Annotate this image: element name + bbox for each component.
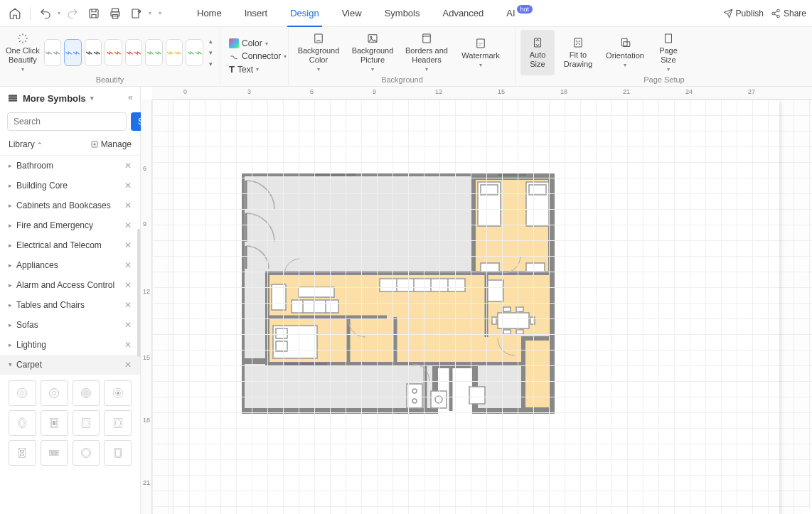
- auto-size-button[interactable]: Auto Size: [520, 30, 555, 75]
- svg-point-23: [19, 390, 26, 397]
- theme-4[interactable]: ⌁⌁: [105, 39, 122, 66]
- tab-insert[interactable]: Insert: [233, 0, 279, 27]
- lib-alarm[interactable]: ▸Alarm and Access Control✕: [0, 275, 140, 295]
- theme-scroll[interactable]: ▴▾▾: [206, 38, 215, 68]
- theme-6[interactable]: ⌁⌁: [145, 39, 163, 66]
- close-icon[interactable]: ✕: [124, 161, 132, 171]
- sidebar-title: More Symbols: [23, 93, 86, 104]
- watermark-button[interactable]: Watermark▾: [455, 30, 506, 75]
- carpet-shape[interactable]: [73, 440, 100, 466]
- menu-tabs: Home Insert Design View Symbols Advanced…: [186, 0, 544, 27]
- theme-3[interactable]: ⌁⌁: [85, 39, 102, 66]
- close-icon[interactable]: ✕: [124, 220, 132, 230]
- tab-view[interactable]: View: [331, 0, 373, 27]
- lib-building-core[interactable]: ▸Building Core✕: [0, 176, 140, 196]
- share-button[interactable]: Share: [771, 9, 806, 18]
- lib-electrical[interactable]: ▸Electrical and Telecom✕: [0, 235, 140, 255]
- close-icon[interactable]: ✕: [124, 240, 132, 250]
- close-icon[interactable]: ✕: [124, 280, 132, 290]
- close-icon[interactable]: ✕: [124, 360, 132, 370]
- fit-to-drawing-button[interactable]: Fit to Drawing: [557, 30, 599, 75]
- tab-design[interactable]: Design: [279, 0, 330, 27]
- theme-8[interactable]: ⌁⌁: [186, 39, 203, 66]
- carpet-shape[interactable]: [9, 380, 36, 406]
- ribbon: One Click Beautify▾ ⌁⌁ ⌁⌁ ⌁⌁ ⌁⌁ ⌁⌁ ⌁⌁ ⌁⌁…: [0, 27, 812, 87]
- floor-plan[interactable]: [242, 173, 555, 414]
- page-size-button[interactable]: Page Size▾: [651, 30, 685, 75]
- tab-home[interactable]: Home: [186, 0, 233, 27]
- background-color-button[interactable]: Background Color▾: [293, 30, 344, 75]
- svg-point-97: [412, 389, 417, 393]
- canvas-area: 0 3 6 9 12 15 18 21 24 27 6 9 12 15 18 2…: [141, 87, 812, 514]
- close-icon[interactable]: ✕: [124, 320, 132, 330]
- export-icon[interactable]: [127, 4, 146, 23]
- svg-rect-4: [132, 9, 139, 18]
- lib-sofas[interactable]: ▸Sofas✕: [0, 315, 140, 335]
- svg-rect-0: [90, 9, 98, 18]
- carpet-shape[interactable]: [41, 440, 68, 466]
- text-dropdown[interactable]: TText▾: [229, 64, 287, 75]
- undo-icon[interactable]: [36, 4, 55, 23]
- svg-rect-90: [516, 307, 523, 311]
- library-label[interactable]: Library ⌃: [9, 139, 43, 149]
- svg-rect-76: [276, 341, 287, 351]
- tab-symbols[interactable]: Symbols: [373, 0, 432, 27]
- lib-fire[interactable]: ▸Fire and Emergency✕: [0, 215, 140, 235]
- theme-1[interactable]: ⌁⌁: [44, 39, 62, 66]
- carpet-shape[interactable]: [104, 440, 132, 466]
- orientation-button[interactable]: Orientation▾: [602, 30, 648, 75]
- carpet-shape[interactable]: [73, 380, 100, 406]
- tab-advanced[interactable]: Advanced: [431, 0, 495, 27]
- theme-5[interactable]: ⌁⌁: [125, 39, 143, 66]
- background-picture-button[interactable]: Background Picture▾: [347, 30, 398, 75]
- carpet-shape[interactable]: [73, 410, 100, 436]
- save-icon[interactable]: [85, 4, 103, 23]
- borders-headers-button[interactable]: Borders and Headers▾: [401, 30, 452, 75]
- collapse-sidebar-icon[interactable]: »: [128, 93, 133, 103]
- drawing-page[interactable]: [173, 100, 779, 514]
- color-dropdown[interactable]: Color▾: [229, 38, 287, 48]
- lib-lighting[interactable]: ▸Lighting✕: [0, 335, 140, 355]
- carpet-shape[interactable]: [104, 380, 132, 406]
- close-icon[interactable]: ✕: [124, 181, 132, 191]
- lib-tables[interactable]: ▸Tables and Chairs✕: [0, 295, 140, 315]
- lib-cabinets[interactable]: ▸Cabinets and Bookcases✕: [0, 196, 140, 215]
- close-icon[interactable]: ✕: [124, 260, 132, 270]
- svg-rect-71: [529, 185, 546, 195]
- home-icon[interactable]: [6, 4, 24, 23]
- lib-bathroom[interactable]: ▸Bathroom✕: [0, 156, 140, 176]
- drawing-canvas[interactable]: [152, 100, 812, 514]
- publish-button[interactable]: Publish: [723, 9, 764, 18]
- theme-7[interactable]: ⌁⌁: [166, 39, 183, 66]
- lib-carpet[interactable]: ▸Carpet✕: [0, 355, 140, 375]
- svg-point-98: [412, 399, 417, 403]
- redo-icon[interactable]: [63, 4, 82, 23]
- close-icon[interactable]: ✕: [124, 200, 132, 210]
- close-icon[interactable]: ✕: [124, 340, 132, 350]
- carpet-shape[interactable]: [104, 410, 132, 436]
- one-click-beautify[interactable]: One Click Beautify▾: [4, 30, 41, 75]
- connector-dropdown[interactable]: Connector▾: [229, 51, 287, 61]
- manage-button[interactable]: Manage: [90, 139, 132, 149]
- svg-rect-95: [488, 280, 503, 301]
- close-icon[interactable]: ✕: [124, 300, 132, 310]
- tab-ai[interactable]: AIhot: [495, 0, 544, 27]
- svg-rect-93: [492, 317, 496, 324]
- sidebar-scrollbar[interactable]: [137, 229, 140, 357]
- svg-rect-20: [9, 100, 17, 102]
- theme-2[interactable]: ⌁⌁: [64, 39, 82, 66]
- svg-point-26: [52, 391, 55, 395]
- lib-appliances[interactable]: ▸Appliances✕: [0, 255, 140, 275]
- symbols-sidebar: More Symbols▾ » Search Library ⌃ Manage …: [0, 87, 141, 514]
- carpet-shape[interactable]: [9, 410, 36, 436]
- print-icon[interactable]: [106, 4, 124, 23]
- svg-rect-96: [407, 384, 422, 408]
- svg-rect-54: [242, 361, 435, 411]
- svg-point-27: [81, 388, 91, 398]
- carpet-shape[interactable]: [41, 410, 68, 436]
- carpet-shape[interactable]: [41, 380, 68, 406]
- search-input[interactable]: [7, 112, 127, 131]
- carpet-shape[interactable]: [9, 440, 36, 466]
- svg-point-30: [85, 392, 87, 395]
- svg-rect-52: [115, 449, 119, 456]
